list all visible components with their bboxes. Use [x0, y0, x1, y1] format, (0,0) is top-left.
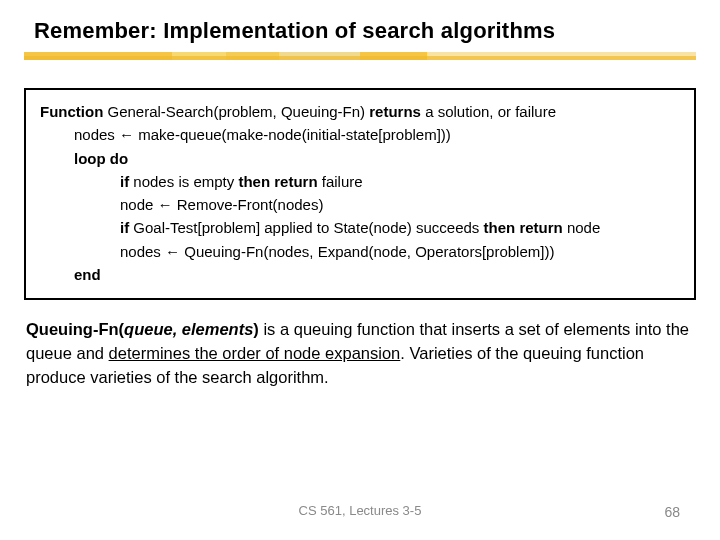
assign-arrow-icon: ← [158, 196, 173, 213]
footer-page-number: 68 [664, 504, 680, 520]
slide: Remember: Implementation of search algor… [0, 0, 720, 540]
code-line-3: loop do [40, 147, 680, 170]
code-line-8: end [40, 263, 680, 286]
kw-if: if [120, 219, 129, 236]
code-line-6: if Goal-Test[problem] applied to State(n… [40, 216, 680, 239]
kw-then-return: then return [484, 219, 563, 236]
footer-course: CS 561, Lectures 3-5 [0, 503, 720, 518]
code-line-2: nodes ← make-queue(make-node(initial-sta… [40, 123, 680, 146]
code-line-5: node ← Remove-Front(nodes) [40, 193, 680, 216]
slide-title: Remember: Implementation of search algor… [34, 18, 696, 44]
algorithm-box: Function General-Search(problem, Queuing… [24, 88, 696, 300]
code-line-1: Function General-Search(problem, Queuing… [40, 100, 680, 123]
kw-returns: returns [369, 103, 421, 120]
code-line-4: if nodes is empty then return failure [40, 170, 680, 193]
title-underline [24, 50, 696, 66]
description-paragraph: Queuing-Fn(queue, elements) is a queuing… [26, 318, 694, 390]
code-line-7: nodes ← Queuing-Fn(nodes, Expand(node, O… [40, 240, 680, 263]
assign-arrow-icon: ← [165, 243, 180, 260]
kw-function: Function [40, 103, 103, 120]
kw-if: if [120, 173, 129, 190]
assign-arrow-icon: ← [119, 126, 134, 143]
kw-then-return: then return [238, 173, 317, 190]
